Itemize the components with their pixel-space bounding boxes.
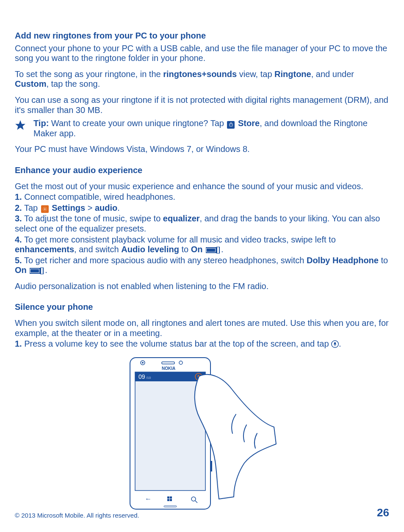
heading-enhance-audio: Enhance your audio experience bbox=[15, 165, 389, 176]
svg-text:/10: /10 bbox=[146, 376, 151, 380]
svg-point-11 bbox=[179, 361, 183, 364]
toggle-on-icon bbox=[30, 267, 44, 274]
bold-dolby-headphone: Dolby Headphone bbox=[307, 256, 379, 265]
bold-audio: audio bbox=[95, 203, 117, 212]
heading-silence-phone: Silence your phone bbox=[15, 302, 389, 312]
phone-illustration: NOKIA 09 /10 ← bbox=[126, 355, 278, 512]
svg-rect-3 bbox=[207, 248, 215, 252]
text: Connect compatible, wired headphones. bbox=[22, 192, 175, 201]
step-4: 4. To get more consistent playback volum… bbox=[15, 235, 389, 255]
bold-ringtone: Ringtone bbox=[274, 69, 311, 79]
text: To get more consistent playback volume f… bbox=[22, 235, 336, 244]
svg-text:09: 09 bbox=[138, 373, 145, 380]
svg-point-1 bbox=[44, 208, 45, 209]
step-5: 5. To get richer and more spacious audio… bbox=[15, 256, 389, 276]
bold-on: On bbox=[15, 265, 27, 275]
section1-para3: You can use a song as your ringtone if i… bbox=[15, 95, 389, 115]
bold-ringtones-sounds: ringtones+sounds bbox=[163, 69, 237, 79]
copyright-text: © 2013 Microsoft Mobile. All rights rese… bbox=[15, 512, 139, 519]
bold-on: On bbox=[191, 245, 203, 254]
store-icon bbox=[227, 121, 235, 129]
text: Tap bbox=[22, 203, 40, 212]
svg-rect-16 bbox=[135, 372, 205, 381]
bold-audio-leveling: Audio leveling bbox=[121, 245, 179, 254]
step-number: 1. bbox=[15, 192, 22, 201]
section1-para1: Connect your phone to your PC with a USB… bbox=[15, 44, 389, 63]
section3-para1: When you switch silent mode on, all ring… bbox=[15, 318, 389, 338]
svg-rect-4 bbox=[217, 247, 219, 254]
svg-rect-30 bbox=[210, 461, 212, 471]
svg-point-25 bbox=[191, 497, 196, 501]
silence-step-1: 1. Press a volume key to see the volume … bbox=[15, 339, 389, 349]
bold-equalizer: equalizer bbox=[163, 214, 200, 223]
text: , and switch bbox=[74, 245, 121, 254]
svg-rect-7 bbox=[41, 267, 43, 274]
step-1: 1. Connect compatible, wired headphones. bbox=[15, 192, 389, 202]
step-number: 2. bbox=[15, 203, 22, 212]
text: view, tap bbox=[237, 69, 274, 79]
svg-rect-22 bbox=[170, 496, 172, 499]
svg-rect-24 bbox=[170, 499, 172, 501]
bold-custom: Custom bbox=[15, 79, 46, 88]
svg-marker-0 bbox=[15, 120, 25, 130]
text: , and under bbox=[311, 69, 354, 79]
svg-rect-23 bbox=[167, 499, 169, 501]
toggle-on-icon bbox=[206, 247, 220, 254]
heading-add-ringtones: Add new ringtones from your PC to your p… bbox=[15, 31, 389, 41]
text: to bbox=[379, 256, 388, 265]
section1-para4: Your PC must have Windows Vista, Windows… bbox=[15, 144, 389, 154]
tip-text: Tip: Want to create your own unique ring… bbox=[33, 119, 389, 138]
text: To adjust the tone of music, swipe to bbox=[22, 214, 163, 223]
star-icon bbox=[15, 120, 26, 131]
section2-para1: Get the most out of your music experienc… bbox=[15, 182, 389, 192]
svg-rect-6 bbox=[30, 269, 39, 273]
step-number: 5. bbox=[15, 256, 22, 265]
bold-store: Store bbox=[238, 119, 260, 128]
svg-text:NOKIA: NOKIA bbox=[162, 366, 175, 371]
step-number: 1. bbox=[15, 339, 22, 348]
text: Want to create your own unique ringtone?… bbox=[51, 119, 227, 128]
step-number: 4. bbox=[15, 235, 22, 244]
svg-rect-10 bbox=[162, 362, 174, 364]
svg-rect-21 bbox=[167, 496, 169, 499]
step-number: 3. bbox=[15, 214, 22, 223]
tip-label: Tip: bbox=[33, 119, 51, 128]
text: Press a volume key to see the volume sta… bbox=[22, 339, 331, 348]
page-number: 26 bbox=[377, 506, 389, 519]
svg-text:←: ← bbox=[145, 495, 152, 502]
svg-point-13 bbox=[142, 362, 144, 364]
text: to bbox=[179, 245, 191, 254]
page-footer: © 2013 Microsoft Mobile. All rights rese… bbox=[15, 506, 389, 519]
section1-para2: To set the song as your ringtone, in the… bbox=[15, 69, 389, 89]
tip-block: Tip: Want to create your own unique ring… bbox=[15, 119, 389, 138]
text: To get richer and more spacious audio wi… bbox=[22, 256, 307, 265]
svg-line-26 bbox=[195, 501, 197, 503]
bold-enhancements: enhancements bbox=[15, 245, 74, 254]
section2-para2: Audio personalization is not enabled whe… bbox=[15, 281, 389, 292]
text: > bbox=[85, 203, 95, 212]
text: To set the song as your ringtone, in the bbox=[15, 69, 163, 79]
bold-settings: Settings bbox=[52, 203, 85, 212]
step-3: 3. To adjust the tone of music, swipe to… bbox=[15, 214, 389, 234]
text: , tap the song. bbox=[46, 79, 100, 88]
settings-icon bbox=[41, 205, 49, 213]
bell-circle-icon bbox=[331, 340, 339, 348]
step-2: 2. Tap Settings > audio. bbox=[15, 203, 389, 213]
